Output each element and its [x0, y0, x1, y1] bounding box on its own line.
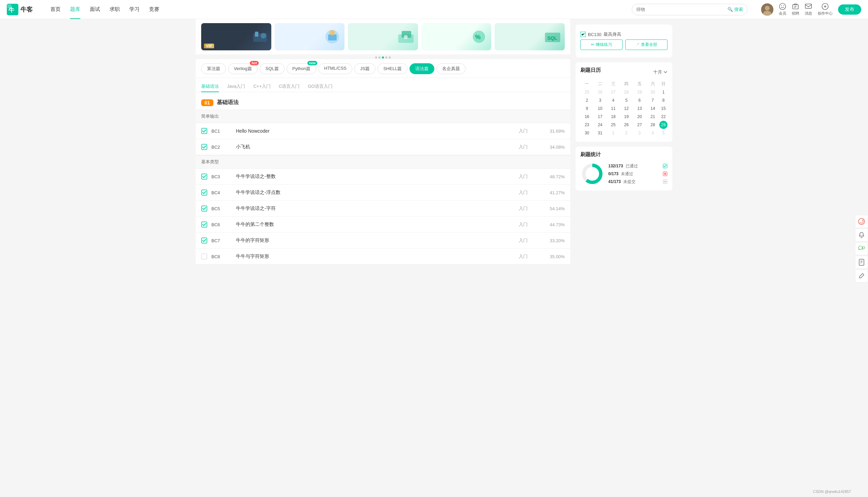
nav-contest[interactable]: 竞赛: [144, 0, 164, 19]
calendar-day[interactable]: 13: [633, 104, 646, 113]
float-bell[interactable]: [855, 229, 868, 242]
continue-practice-btn[interactable]: ✏ 继续练习: [580, 40, 622, 50]
calendar-day[interactable]: 25: [606, 121, 620, 129]
avatar[interactable]: [761, 3, 773, 16]
calendar-day[interactable]: 16: [580, 113, 594, 121]
subtab-java[interactable]: Java入门: [227, 81, 245, 92]
table-row[interactable]: BC6 牛牛的第二个整数 入门 44.73%: [196, 217, 570, 233]
subtab-basic[interactable]: 基础语法: [201, 81, 219, 92]
calendar-day[interactable]: 20: [633, 113, 646, 121]
dot-2[interactable]: [379, 56, 380, 58]
search-input[interactable]: [636, 7, 727, 12]
tab-python[interactable]: Python篇 new: [286, 63, 316, 74]
dot-5[interactable]: [389, 56, 391, 58]
banner-vip[interactable]: VIP: [201, 23, 271, 50]
publish-button[interactable]: 发布: [838, 4, 861, 15]
calendar-day[interactable]: 3: [594, 96, 607, 104]
calendar-day[interactable]: 26: [620, 121, 633, 129]
tab-grammar[interactable]: 语法篇: [409, 63, 434, 74]
calendar-day[interactable]: 1: [606, 129, 620, 137]
table-row[interactable]: BC5 牛牛学说话之-字符 入门 54.14%: [196, 201, 570, 217]
stats-passed[interactable]: 132/173 已通过: [608, 163, 668, 169]
calendar-day[interactable]: 2: [580, 96, 594, 104]
banner-4[interactable]: %: [421, 23, 491, 50]
calendar-day[interactable]: 2: [620, 129, 633, 137]
float-edit[interactable]: [855, 269, 868, 272]
tab-verilog[interactable]: Verilog篇 hot: [228, 63, 258, 74]
subtab-cpp[interactable]: C++入门: [253, 81, 271, 92]
calendar-day[interactable]: 26: [594, 88, 607, 96]
calendar-day[interactable]: 24: [594, 121, 607, 129]
calendar-day[interactable]: 11: [606, 104, 620, 113]
tab-sql[interactable]: SQL篇: [260, 63, 284, 74]
calendar-day[interactable]: 7: [646, 96, 659, 104]
subtab-go[interactable]: GO语言入门: [308, 81, 332, 92]
banner-3[interactable]: [348, 23, 418, 50]
table-row[interactable]: BC8 牛牛与字符矩形 入门 35.00%: [196, 248, 570, 265]
calendar-day[interactable]: 6: [633, 96, 646, 104]
search-button[interactable]: 🔍 搜索: [727, 6, 743, 13]
tab-htmlcss[interactable]: HTML/CSS: [318, 63, 352, 74]
nav-learn[interactable]: 学习: [125, 0, 144, 19]
calendar-day[interactable]: 4: [646, 129, 659, 137]
calendar-day[interactable]: 19: [620, 113, 633, 121]
subtab-c[interactable]: C语言入门: [279, 81, 299, 92]
nav-problems[interactable]: 题库: [65, 0, 85, 19]
float-weibo[interactable]: [855, 215, 868, 228]
calendar-day[interactable]: 5: [659, 129, 668, 137]
table-row[interactable]: BC4 牛牛学说话之-浮点数 入门 41.27%: [196, 185, 570, 201]
recruit-icon-item[interactable]: 招聘: [792, 3, 799, 16]
nav-interview[interactable]: 面试: [85, 0, 105, 19]
tab-js[interactable]: JS篇: [354, 63, 376, 74]
nav-home[interactable]: 首页: [46, 0, 65, 19]
member-icon-item[interactable]: 会员: [779, 3, 786, 16]
calendar-day[interactable]: 30: [580, 129, 594, 137]
calendar-day[interactable]: 25: [580, 88, 594, 96]
calendar-day[interactable]: 18: [606, 113, 620, 121]
calendar-day[interactable]: 27: [633, 121, 646, 129]
calendar-day[interactable]: 5: [620, 96, 633, 104]
calendar-day[interactable]: 22: [659, 113, 668, 121]
calendar-day[interactable]: 29: [633, 88, 646, 96]
logo[interactable]: 牛 牛客: [7, 4, 38, 15]
tab-enterprise[interactable]: 名企真题: [436, 63, 466, 74]
calendar-day[interactable]: 8: [659, 96, 668, 104]
calendar-day[interactable]: 29: [659, 121, 668, 129]
calendar-day[interactable]: 9: [580, 104, 594, 113]
float-wechat[interactable]: [855, 242, 868, 255]
calendar-day[interactable]: 4: [606, 96, 620, 104]
table-row[interactable]: BC1 Hello Nowcoder 入门 31.69%: [196, 123, 570, 139]
calendar-day[interactable]: 31: [594, 129, 607, 137]
tab-algorithm[interactable]: 算法篇: [201, 63, 226, 74]
stats-failed[interactable]: 0/173 未通过: [608, 171, 668, 177]
banner-5[interactable]: SQL: [494, 23, 565, 50]
message-icon-item[interactable]: 消息: [805, 3, 812, 16]
banner-2[interactable]: [275, 23, 345, 50]
calendar-day[interactable]: 28: [646, 121, 659, 129]
calendar-day[interactable]: 17: [594, 113, 607, 121]
creation-icon-item[interactable]: 创作中心: [817, 3, 832, 16]
calendar-day[interactable]: 30: [646, 88, 659, 96]
tab-shell[interactable]: SHELL篇: [378, 63, 407, 74]
calendar-day[interactable]: 21: [646, 113, 659, 121]
float-bookmark[interactable]: [855, 256, 868, 269]
calendar-day[interactable]: 1: [659, 88, 668, 96]
stats-unsub[interactable]: 41/173 未提交: [608, 179, 668, 185]
dot-1[interactable]: [375, 56, 377, 58]
table-row[interactable]: BC2 小飞机 入门 34.08%: [196, 139, 570, 155]
dot-3[interactable]: [382, 56, 384, 58]
calendar-day[interactable]: 10: [594, 104, 607, 113]
calendar-day[interactable]: 3: [633, 129, 646, 137]
view-all-btn[interactable]: ↗ 查看全部: [625, 40, 668, 50]
calendar-day[interactable]: 23: [580, 121, 594, 129]
nav-jobs[interactable]: 求职: [105, 0, 125, 19]
dot-4[interactable]: [385, 56, 387, 58]
month-selector[interactable]: 十月: [653, 69, 668, 75]
calendar-day[interactable]: 15: [659, 104, 668, 113]
calendar-day[interactable]: 14: [646, 104, 659, 113]
calendar-day[interactable]: 12: [620, 104, 633, 113]
calendar-day[interactable]: 28: [620, 88, 633, 96]
table-row[interactable]: BC7 牛牛的字符矩形 入门 33.20%: [196, 233, 570, 248]
calendar-day[interactable]: 27: [606, 88, 620, 96]
table-row[interactable]: BC3 牛牛学说话之-整数 入门 48.72%: [196, 169, 570, 185]
